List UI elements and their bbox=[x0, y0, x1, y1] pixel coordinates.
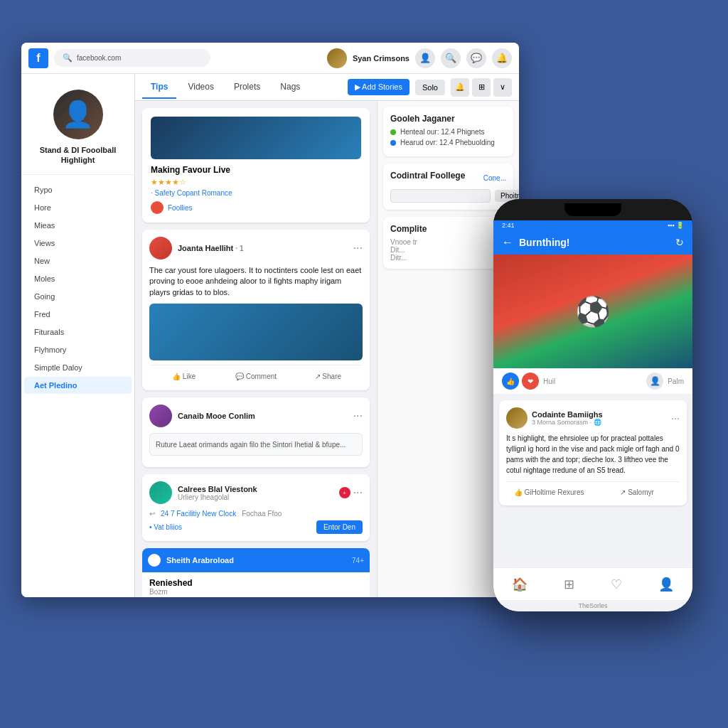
search-icon-btn[interactable]: 🔍 bbox=[441, 48, 461, 68]
tab-icon-btn-2[interactable]: ⊞ bbox=[472, 78, 491, 97]
sidebar-item-fituraals[interactable]: Fituraals bbox=[24, 323, 132, 341]
phone-actions-bar: 👍 ❤ Huil 👤 Palm bbox=[493, 368, 692, 395]
post-card-2: Canaib Mooe Conlim ··· Ruture Laeat orim… bbox=[142, 397, 370, 467]
post-meta-3: Urliery Iheagolal bbox=[178, 493, 257, 501]
vid-bliios-link[interactable]: • Vat bliios bbox=[149, 523, 182, 531]
invite-fb-icon bbox=[148, 554, 161, 567]
sidebar-item-aet[interactable]: Aet Pledino bbox=[24, 377, 132, 394]
post-actions-1: 👍 Like 💬 Comment ↗ Share bbox=[149, 365, 363, 383]
solo-button[interactable]: Solo bbox=[415, 80, 445, 95]
phone-nav-grid[interactable]: ⊞ bbox=[564, 577, 574, 592]
post-options-2[interactable]: ··· bbox=[353, 410, 363, 422]
widget-dot-2 bbox=[390, 140, 396, 146]
phone-header-title: Burnthing! bbox=[519, 237, 670, 248]
phone-post-name: Codainte Bamiighs bbox=[532, 410, 603, 419]
user-avatar bbox=[327, 48, 347, 68]
post-avatar-3 bbox=[149, 481, 172, 504]
post-options-1[interactable]: ··· bbox=[353, 242, 363, 255]
phone-hero-image: ⚽ bbox=[493, 255, 692, 368]
post-text-1: The car youst fore ulagoers. It to nocti… bbox=[149, 265, 363, 298]
tab-videos[interactable]: Videos bbox=[179, 76, 222, 99]
sidebar-item-hore[interactable]: Hore bbox=[24, 199, 132, 216]
sidebar-item-fred[interactable]: Fred bbox=[24, 306, 132, 323]
post-name-2: Canaib Mooe Conlim bbox=[178, 412, 255, 420]
phone-post-header: Codainte Bamiighs 3 Morna Somorasm · 🌐 ·… bbox=[506, 407, 680, 429]
phone-notch bbox=[564, 203, 621, 216]
sidebar-item-rypo[interactable]: Rypo bbox=[24, 181, 132, 198]
widget-item-2: Hearud ovr: 12.4 Phebuolding bbox=[390, 139, 506, 146]
profile-icon: 👤 bbox=[658, 577, 674, 592]
messenger-icon-btn[interactable]: 💬 bbox=[466, 48, 486, 68]
home-icon: 🏠 bbox=[512, 577, 528, 592]
widget-text-1: Henteal our: 12.4 Phignets bbox=[400, 128, 484, 136]
tab-more-btn[interactable]: ∨ bbox=[493, 78, 512, 97]
tab-tips[interactable]: Tips bbox=[142, 76, 176, 99]
phone-post-area: Codainte Bamiighs 3 Morna Somorasm · 🌐 ·… bbox=[493, 395, 692, 567]
sidebar-item-moles[interactable]: Moles bbox=[24, 270, 132, 287]
phone-like-button[interactable]: 👍 GiHoltime Rexures bbox=[506, 486, 592, 498]
widget-search-input[interactable] bbox=[390, 189, 491, 203]
phone-status-bar: 2:41 ▪▪▪ 🔋 bbox=[493, 220, 692, 230]
facebook-logo: f bbox=[28, 48, 48, 68]
widget-cone-btn[interactable]: Cone... bbox=[483, 174, 506, 182]
back-button[interactable]: ← bbox=[502, 236, 513, 249]
post-card-3: Calrees Blal Viestonk Urliery Iheagolal … bbox=[142, 474, 370, 541]
phone-time: 2:41 bbox=[502, 222, 515, 229]
refresh-icon[interactable]: ↻ bbox=[675, 237, 684, 248]
phone-action-avatar-1: 👍 bbox=[502, 373, 519, 390]
tab-nags[interactable]: Nags bbox=[272, 76, 309, 99]
widget-item-1: Henteal our: 12.4 Phignets bbox=[390, 128, 506, 136]
tab-prolets[interactable]: Prolets bbox=[225, 76, 269, 99]
tab-icon-btn-1[interactable]: 🔔 bbox=[451, 78, 469, 97]
sub-post-text: Ruture Laeat orimands again filo the Sin… bbox=[156, 441, 346, 449]
add-stories-button[interactable]: ▶ Add Stories bbox=[348, 79, 410, 95]
sidebar-item-mieas[interactable]: Mieas bbox=[24, 217, 132, 234]
post-avatar-2 bbox=[149, 405, 172, 427]
phone-nav-home[interactable]: 🏠 bbox=[512, 577, 528, 592]
main-content: Tips Videos Prolets Nags ▶ Add Stories S… bbox=[135, 74, 519, 597]
widget-complite-text-2: Dit... bbox=[390, 246, 506, 254]
post-name-3: Calrees Blal Viestonk bbox=[178, 485, 257, 493]
widget-dot-1 bbox=[390, 129, 396, 135]
phone-share-button[interactable]: ↗ Salomyr bbox=[594, 486, 680, 498]
phone-share-arrow-icon: ↗ bbox=[620, 488, 626, 496]
people-icon-btn[interactable]: 👤 bbox=[415, 48, 435, 68]
comment-button-1[interactable]: 💬 Comment bbox=[221, 370, 290, 383]
share-button-1[interactable]: ↗ Share bbox=[294, 370, 363, 383]
mobile-phone: 2:41 ▪▪▪ 🔋 ← Burnthing! ↻ ⚽ 👍 ❤ Huil bbox=[493, 199, 692, 611]
post-name-1: Joanta Haelliht · 1 bbox=[178, 244, 243, 252]
phone-action-label-1: Huil bbox=[543, 378, 555, 385]
phone-post-text: It s highlight, the ehrsiolee up for pra… bbox=[506, 433, 680, 476]
sidebar-item-simptle[interactable]: Simptle Daloy bbox=[24, 359, 132, 376]
phone-notch-area bbox=[493, 199, 692, 220]
page-title-sidebar: Stand & DI Fooolball Highlight bbox=[27, 145, 129, 166]
phone-nav-heart[interactable]: ♡ bbox=[611, 577, 622, 592]
phone-post-options[interactable]: ··· bbox=[671, 412, 680, 424]
entor-den-button[interactable]: Entor Den bbox=[316, 520, 363, 534]
sidebar-navigation: Rypo Hore Mieas Views New Moles Going Fr… bbox=[21, 175, 134, 400]
username-label: Syan Crimsons bbox=[353, 54, 410, 63]
search-bar[interactable]: 🔍 facebook.com bbox=[54, 49, 210, 67]
phone-post-card: Codainte Bamiighs 3 Morna Somorasm · 🌐 ·… bbox=[499, 400, 687, 505]
widget-complite-text-1: Vnooe tr bbox=[390, 238, 506, 246]
notification-icon-btn[interactable]: 🔔 bbox=[492, 48, 512, 68]
post-image-1 bbox=[149, 304, 363, 360]
phone-bottom-nav: 🏠 ⊞ ♡ 👤 bbox=[493, 567, 692, 600]
sidebar-item-views[interactable]: Views bbox=[24, 235, 132, 252]
cover-author[interactable]: Foollies bbox=[168, 204, 192, 212]
like-button-1[interactable]: 👍 Like bbox=[149, 370, 218, 383]
nav-icons-right: Syan Crimsons 👤 🔍 💬 🔔 bbox=[327, 48, 512, 68]
phone-post-meta: 3 Morna Somorasm · 🌐 bbox=[532, 419, 603, 426]
cover-image bbox=[151, 117, 361, 159]
phone-footer: TheSorles bbox=[493, 600, 692, 611]
sub-post-card: Ruture Laeat orimands again filo the Sin… bbox=[149, 433, 363, 456]
sidebar-item-going[interactable]: Going bbox=[24, 288, 132, 305]
phone-nav-profile[interactable]: 👤 bbox=[658, 577, 674, 592]
sidebar-item-new[interactable]: New bbox=[24, 252, 132, 269]
sidebar-item-flyhmory[interactable]: Flyhmory bbox=[24, 341, 132, 358]
post-options-3[interactable]: ··· bbox=[353, 486, 363, 499]
phone-action-avatar-2: ❤ bbox=[522, 373, 539, 390]
left-sidebar: Stand & DI Fooolball Highlight Rypo Hore… bbox=[21, 74, 135, 597]
desktop-window: f 🔍 facebook.com Syan Crimsons 👤 🔍 💬 🔔 S… bbox=[21, 43, 519, 597]
phone-post-avatar bbox=[506, 407, 528, 429]
